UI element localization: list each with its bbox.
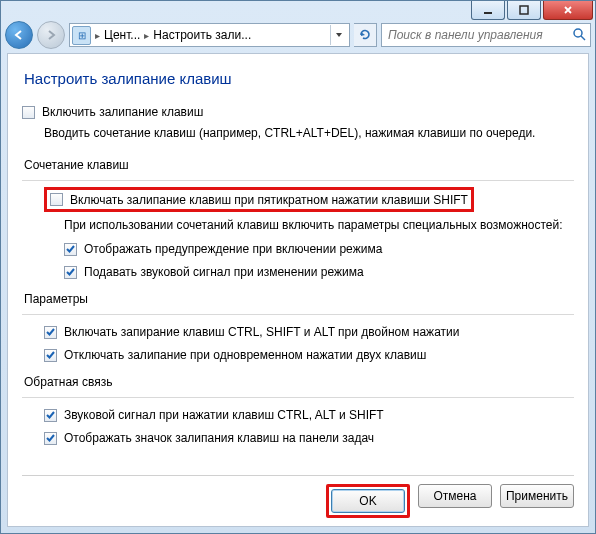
option-enable-sticky[interactable]: Включить залипание клавиш <box>22 105 574 120</box>
option-description: Вводить сочетание клавиш (например, CTRL… <box>44 126 574 140</box>
option-lock-modifiers[interactable]: Включать запирание клавиш CTRL, SHIFT и … <box>44 325 574 340</box>
back-button[interactable] <box>5 21 33 49</box>
chevron-right-icon: ▸ <box>95 30 100 41</box>
divider <box>22 397 574 398</box>
group-label: Параметры <box>24 292 574 306</box>
minimize-button[interactable] <box>471 1 505 20</box>
group-label: Сочетание клавиш <box>24 158 574 172</box>
divider <box>22 314 574 315</box>
address-bar[interactable]: ⊞ ▸ Цент... ▸ Настроить зали... <box>69 23 350 47</box>
svg-line-3 <box>581 36 585 40</box>
addressbar-dropdown[interactable] <box>330 25 347 45</box>
option-tray-icon[interactable]: Отображать значок залипания клавиш на па… <box>44 431 574 446</box>
checkbox-label: Отображать предупреждение при включении … <box>84 242 382 256</box>
option-play-sound[interactable]: Подавать звуковой сигнал при изменении р… <box>64 265 574 280</box>
checkbox-checked[interactable] <box>44 409 57 422</box>
content-pane: Настроить залипание клавиш Включить зали… <box>7 53 589 527</box>
checkbox-checked[interactable] <box>44 432 57 445</box>
checkbox-label: Включать залипание клавиш при пятикратно… <box>70 193 468 207</box>
close-button[interactable] <box>543 1 593 20</box>
titlebar <box>1 1 595 19</box>
breadcrumb[interactable]: Настроить зали... <box>153 28 251 42</box>
group-label: Обратная связь <box>24 375 574 389</box>
checkbox-label: Включить залипание клавиш <box>42 105 203 119</box>
checkbox-label: Звуковой сигнал при нажатии клавиш CTRL,… <box>64 408 384 422</box>
window: ⊞ ▸ Цент... ▸ Настроить зали... Настроит… <box>0 0 596 534</box>
refresh-button[interactable] <box>354 23 377 47</box>
checkbox-unchecked[interactable] <box>50 193 63 206</box>
search-icon[interactable] <box>572 27 586 44</box>
option-show-warning[interactable]: Отображать предупреждение при включении … <box>64 242 574 257</box>
control-panel-icon: ⊞ <box>72 26 91 45</box>
search-input[interactable] <box>386 27 572 43</box>
forward-button[interactable] <box>37 21 65 49</box>
checkbox-label: Включать запирание клавиш CTRL, SHIFT и … <box>64 325 459 339</box>
page-title: Настроить залипание клавиш <box>24 70 574 87</box>
option-beep-modifier[interactable]: Звуковой сигнал при нажатии клавиш CTRL,… <box>44 408 574 423</box>
highlight-annotation: OK <box>326 484 410 518</box>
chevron-right-icon: ▸ <box>144 30 149 41</box>
highlight-annotation: Включать залипание клавиш при пятикратно… <box>44 187 574 212</box>
search-box[interactable] <box>381 23 591 47</box>
maximize-button[interactable] <box>507 1 541 20</box>
checkbox-checked[interactable] <box>44 349 57 362</box>
svg-rect-1 <box>520 6 528 14</box>
checkbox-label: Отображать значок залипания клавиш на па… <box>64 431 374 445</box>
apply-button[interactable]: Применить <box>500 484 574 508</box>
option-description: При использовании сочетаний клавиш включ… <box>64 218 574 232</box>
ok-button[interactable]: OK <box>331 489 405 513</box>
checkbox-label: Отключать залипание при одновременном на… <box>64 348 426 362</box>
checkbox-checked[interactable] <box>44 326 57 339</box>
button-row: OK Отмена Применить <box>22 475 574 518</box>
option-turn-off-two-keys[interactable]: Отключать залипание при одновременном на… <box>44 348 574 363</box>
breadcrumb[interactable]: Цент... <box>104 28 140 42</box>
nav-bar: ⊞ ▸ Цент... ▸ Настроить зали... <box>1 19 595 51</box>
checkbox-unchecked[interactable] <box>22 106 35 119</box>
checkbox-checked[interactable] <box>64 266 77 279</box>
checkbox-checked[interactable] <box>64 243 77 256</box>
svg-point-2 <box>574 29 582 37</box>
cancel-button[interactable]: Отмена <box>418 484 492 508</box>
divider <box>22 180 574 181</box>
checkbox-label: Подавать звуковой сигнал при изменении р… <box>84 265 364 279</box>
svg-rect-0 <box>484 12 492 14</box>
